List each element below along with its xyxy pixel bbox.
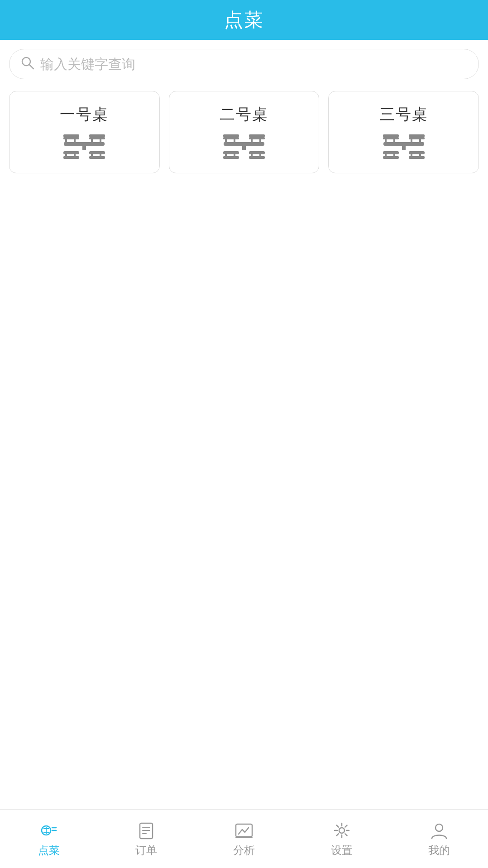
svg-rect-2 bbox=[64, 142, 105, 146]
nav-label-analysis: 分析 bbox=[233, 843, 255, 858]
svg-rect-47 bbox=[409, 156, 425, 159]
nav-label-order: 点菜 bbox=[38, 843, 60, 858]
svg-line-76 bbox=[336, 834, 338, 835]
svg-rect-51 bbox=[383, 137, 399, 139]
svg-rect-55 bbox=[409, 137, 425, 139]
search-icon bbox=[20, 56, 35, 72]
nav-label-bill: 订单 bbox=[135, 843, 157, 858]
table-card-1[interactable]: 一号桌 bbox=[9, 91, 160, 173]
nav-item-analysis[interactable]: 分析 bbox=[195, 816, 293, 862]
table-grid: 一号桌 二号桌 bbox=[0, 86, 488, 182]
svg-rect-43 bbox=[383, 156, 399, 159]
table-name-2: 二号桌 bbox=[220, 104, 268, 125]
svg-rect-3 bbox=[82, 146, 86, 150]
svg-rect-21 bbox=[242, 146, 246, 150]
app-header: 点菜 bbox=[0, 0, 488, 40]
svg-rect-36 bbox=[249, 134, 265, 137]
table-name-3: 三号桌 bbox=[379, 104, 428, 125]
svg-rect-37 bbox=[249, 137, 265, 139]
svg-rect-15 bbox=[63, 137, 79, 139]
nav-label-profile: 我的 bbox=[428, 843, 450, 858]
table-card-3[interactable]: 三号桌 bbox=[328, 91, 479, 173]
table-icon-3 bbox=[381, 131, 426, 162]
bottom-nav: 点菜 订单 分析 设置 bbox=[0, 809, 488, 868]
svg-rect-50 bbox=[383, 134, 399, 137]
main-content bbox=[0, 182, 488, 809]
nav-item-bill[interactable]: 订单 bbox=[98, 816, 196, 862]
bill-icon bbox=[136, 820, 156, 840]
table-card-2[interactable]: 二号桌 bbox=[169, 91, 320, 173]
search-input[interactable] bbox=[40, 57, 468, 72]
svg-rect-14 bbox=[63, 134, 79, 137]
nav-item-profile[interactable]: 我的 bbox=[390, 816, 488, 862]
analysis-icon bbox=[234, 820, 254, 840]
svg-rect-7 bbox=[63, 156, 79, 159]
search-box[interactable] bbox=[9, 49, 479, 79]
page-title: 点菜 bbox=[224, 7, 264, 33]
nav-item-settings[interactable]: 设置 bbox=[293, 816, 391, 862]
svg-rect-38 bbox=[383, 142, 424, 146]
table-name-1: 一号桌 bbox=[60, 104, 109, 125]
svg-point-77 bbox=[435, 824, 443, 831]
table-icon-2 bbox=[221, 131, 267, 162]
svg-line-73 bbox=[336, 825, 338, 827]
svg-line-75 bbox=[345, 825, 347, 827]
svg-rect-19 bbox=[89, 137, 105, 139]
svg-rect-18 bbox=[89, 134, 105, 137]
svg-line-1 bbox=[29, 65, 33, 69]
svg-line-74 bbox=[345, 834, 347, 835]
svg-rect-66 bbox=[236, 824, 252, 837]
nav-item-order[interactable]: 点菜 bbox=[0, 816, 98, 862]
profile-icon bbox=[429, 820, 449, 840]
table-icon-1 bbox=[62, 131, 107, 162]
search-container bbox=[0, 40, 488, 86]
svg-rect-39 bbox=[402, 146, 406, 150]
nav-label-settings: 设置 bbox=[331, 843, 353, 858]
svg-rect-33 bbox=[223, 137, 239, 139]
svg-rect-25 bbox=[223, 156, 239, 159]
svg-rect-54 bbox=[409, 134, 425, 137]
svg-point-68 bbox=[339, 828, 344, 833]
svg-rect-32 bbox=[223, 134, 239, 137]
svg-rect-20 bbox=[224, 142, 264, 146]
svg-rect-29 bbox=[249, 156, 265, 159]
order-icon bbox=[39, 820, 59, 840]
settings-icon bbox=[332, 820, 352, 840]
svg-rect-11 bbox=[89, 156, 105, 159]
